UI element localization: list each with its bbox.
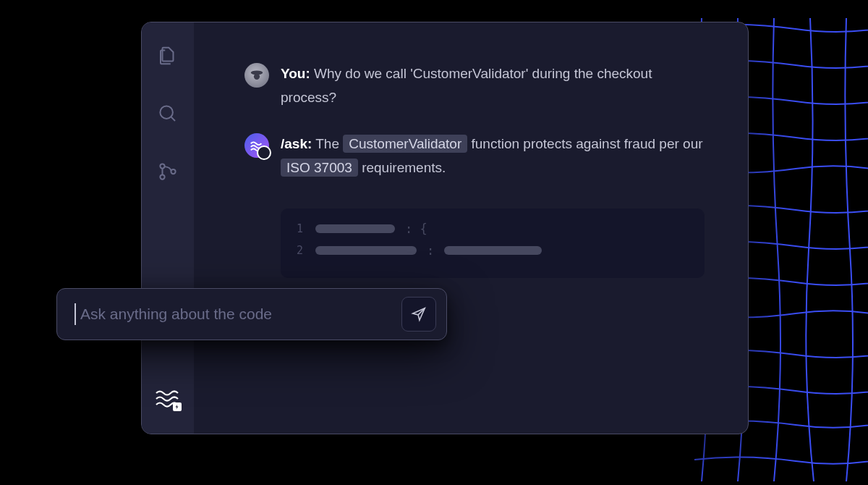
svg-line-1 — [171, 117, 175, 121]
code-block: 1 : { 2 : — [281, 208, 705, 278]
bot-avatar — [244, 133, 269, 158]
svg-point-0 — [160, 106, 173, 119]
search-icon[interactable] — [156, 102, 179, 125]
code-reference-tag[interactable]: CustomerValidator — [343, 135, 467, 153]
code-suffix: : — [427, 243, 434, 258]
wave-logo-icon[interactable] — [153, 384, 182, 413]
user-avatar — [244, 63, 269, 88]
chat-area: You: Why do we call 'CustomerValidator' … — [194, 22, 748, 434]
code-token — [315, 246, 417, 255]
bot-message-content: /ask: The CustomerValidator function pro… — [281, 132, 705, 180]
code-token — [315, 224, 395, 233]
code-token — [444, 246, 542, 255]
code-line-1: 1 : { — [297, 222, 689, 236]
input-cursor — [75, 303, 76, 325]
code-suffix: : { — [405, 222, 427, 236]
explorer-icon[interactable] — [156, 44, 179, 67]
prompt-placeholder[interactable]: Ask anything about the code — [80, 305, 401, 323]
svg-point-7 — [254, 74, 260, 80]
editor-window: You: Why do we call 'CustomerValidator' … — [141, 22, 749, 434]
svg-point-3 — [160, 174, 164, 179]
source-control-icon[interactable] — [156, 160, 179, 183]
code-line-2: 2 : — [297, 243, 689, 258]
user-message: You: Why do we call 'CustomerValidator' … — [244, 62, 705, 110]
bot-text-1: The — [315, 136, 339, 151]
bot-message: /ask: The CustomerValidator function pro… — [244, 132, 705, 180]
bot-label: /ask: — [281, 136, 312, 151]
send-button[interactable] — [401, 297, 436, 332]
prompt-input-container[interactable]: Ask anything about the code — [56, 288, 447, 340]
bot-text-2: function protects against fraud per our — [472, 136, 703, 151]
send-icon — [411, 306, 427, 322]
bot-text-3: requirements. — [362, 160, 446, 175]
svg-point-2 — [160, 164, 164, 168]
activity-bar — [142, 22, 194, 434]
svg-point-4 — [171, 169, 175, 174]
standard-reference-tag[interactable]: ISO 37003 — [281, 159, 358, 177]
line-number: 1 — [297, 222, 305, 235]
user-message-content: You: Why do we call 'CustomerValidator' … — [281, 62, 705, 110]
line-number: 2 — [297, 244, 305, 257]
user-text: Why do we call 'CustomerValidator' durin… — [281, 66, 652, 105]
user-label: You: — [281, 66, 310, 81]
